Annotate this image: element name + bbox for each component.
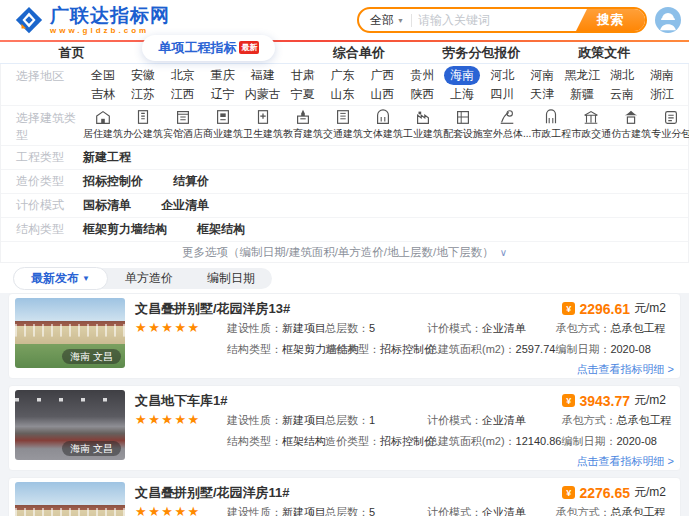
building-type-office[interactable]: 办公建筑 <box>123 108 163 145</box>
region-option[interactable]: 广东 <box>323 66 363 85</box>
building-type-industrial[interactable]: 工业建筑 <box>403 108 443 145</box>
nav-policy-docs[interactable]: 政策文件 <box>578 44 630 62</box>
sort-latest[interactable]: 最新发布 ▼ <box>13 267 108 290</box>
user-avatar-icon[interactable] <box>655 7 681 33</box>
sort-date[interactable]: 编制日期 <box>190 268 272 289</box>
region-option[interactable]: 黑龙江 <box>562 66 602 85</box>
building-type-hotel[interactable]: 宾馆酒店 <box>163 108 203 145</box>
project-title[interactable]: 文昌叠拼别墅/花园洋房13# <box>135 300 290 318</box>
region-option[interactable]: 安徽 <box>123 66 163 85</box>
filter-row-cost-type: 造价类型 招标控制价 结算价 <box>1 170 688 194</box>
cost-type-option[interactable]: 结算价 <box>173 173 209 190</box>
spacer <box>135 433 227 450</box>
project-title[interactable]: 文昌地下车库1# <box>135 392 227 410</box>
building-type-subcontract[interactable]: 专业分包 <box>651 108 689 145</box>
region-option[interactable]: 甘肃 <box>283 66 323 85</box>
building-type-health[interactable]: 卫生建筑 <box>243 108 283 145</box>
region-option[interactable]: 云南 <box>602 85 642 104</box>
region-option[interactable]: 河南 <box>522 66 562 85</box>
region-option-selected[interactable]: 海南 <box>444 66 480 85</box>
region-option[interactable]: 陕西 <box>402 85 442 104</box>
building-type-transport[interactable]: 交通建筑 <box>323 108 363 145</box>
pricing-mode-option[interactable]: 企业清单 <box>161 197 209 214</box>
site-logo[interactable]: 广联达指标网 www.gldzb.com <box>14 5 170 35</box>
view-detail-link[interactable]: 点击查看指标明细 > <box>577 455 674 467</box>
cost-type-option[interactable]: 招标控制价 <box>83 173 143 190</box>
filter-row-pricing-mode: 计价模式 国标清单 企业清单 <box>1 194 688 218</box>
logo-diamond-icon <box>14 5 44 35</box>
nav-composite-price[interactable]: 综合单价 <box>333 44 385 62</box>
region-option[interactable]: 山东 <box>323 85 363 104</box>
region-option[interactable]: 浙江 <box>642 85 682 104</box>
building-icon <box>134 108 152 126</box>
pricing-mode-option[interactable]: 国标清单 <box>83 197 131 214</box>
building-type-label: 选择建筑类型 <box>1 106 83 145</box>
building-type-supporting[interactable]: 配套设施 <box>443 108 483 145</box>
region-option[interactable]: 北京 <box>163 66 203 85</box>
building-type-residential[interactable]: 居住建筑 <box>83 108 123 145</box>
building-type-commercial[interactable]: 商业建筑 <box>203 108 243 145</box>
field-cost-type: 造价类型：招标控制价 <box>325 341 427 358</box>
nav-single-project-index[interactable]: 单项工程指标 最新 <box>142 35 275 61</box>
project-title[interactable]: 文昌叠拼别墅/花园洋房11# <box>135 484 290 502</box>
region-option[interactable]: 广西 <box>363 66 403 85</box>
region-option[interactable]: 内蒙古 <box>243 85 283 104</box>
field-date: 编制日期：2020-08 <box>555 341 681 358</box>
building-icon <box>294 108 312 126</box>
region-option[interactable]: 重庆 <box>203 66 243 85</box>
field-floors: 总层数：5 <box>325 320 427 337</box>
region-option[interactable]: 福建 <box>243 66 283 85</box>
region-option[interactable]: 上海 <box>442 85 482 104</box>
building-type-municipal-engineering[interactable]: 市政工程 <box>531 108 571 145</box>
region-option[interactable]: 辽宁 <box>203 85 243 104</box>
list-item[interactable]: 海南 文昌 文昌地下车库1# ¥ 3943.77 元/m2 ★★★★★ 建设性质… <box>8 385 681 471</box>
nav-home[interactable]: 首页 <box>59 44 85 62</box>
region-option[interactable]: 贵州 <box>402 66 442 85</box>
field-pricing-mode: 计价模式：企业清单 <box>427 320 555 337</box>
region-option[interactable]: 全国 <box>83 66 123 85</box>
spacer <box>135 341 227 358</box>
field-structure: 结构类型：框架结构 <box>227 433 325 450</box>
region-option[interactable]: 湖北 <box>602 66 642 85</box>
building-type-antique[interactable]: 仿古建筑 <box>611 108 651 145</box>
sort-arrow-icon: ▼ <box>82 271 90 286</box>
region-option[interactable]: 江西 <box>163 85 203 104</box>
building-type-outdoor[interactable]: 室外总体... <box>483 108 531 145</box>
building-type-culture-sports[interactable]: 文体建筑 <box>363 108 403 145</box>
building-icon <box>174 108 192 126</box>
main-nav: 首页 单项工程指标 最新 综合单价 劳务分包报价 政策文件 <box>0 42 689 64</box>
list-item[interactable]: 海南 文昌 文昌叠拼别墅/花园洋房11# ¥ 2276.65 元/m2 ★★★★… <box>8 477 681 516</box>
building-icon <box>582 108 600 126</box>
region-option[interactable]: 宁夏 <box>283 85 323 104</box>
more-options-toggle[interactable]: 更多选项（编制日期/建筑面积/单方造价/地上层数/地下层数） ∨ <box>1 242 688 262</box>
region-option[interactable]: 湖南 <box>642 66 682 85</box>
structure-type-option[interactable]: 框架结构 <box>197 221 245 238</box>
sort-unit-price[interactable]: 单方造价 <box>108 268 190 289</box>
building-type-municipal-transport[interactable]: 市政交通 <box>571 108 611 145</box>
building-icon <box>622 108 640 126</box>
nav-labor-subcontract[interactable]: 劳务分包报价 <box>443 44 521 62</box>
region-option[interactable]: 四川 <box>482 85 522 104</box>
region-option[interactable]: 吉林 <box>83 85 123 104</box>
search-scope-value: 全部 <box>370 12 394 29</box>
search-scope-dropdown[interactable]: 全部 ▼ <box>359 12 411 29</box>
search-button[interactable]: 搜索 <box>575 7 645 33</box>
structure-type-option[interactable]: 框架剪力墙结构 <box>83 221 167 238</box>
field-floors: 总层数：5 <box>325 504 427 516</box>
region-option[interactable]: 江苏 <box>123 85 163 104</box>
view-detail-link[interactable]: 点击查看指标明细 > <box>577 363 674 375</box>
page-header: 广联达指标网 www.gldzb.com 全部 ▼ 搜索 <box>0 0 689 40</box>
region-option[interactable]: 天津 <box>522 85 562 104</box>
filter-row-region: 选择地区 全国 安徽 北京 重庆 福建 甘肃 广东 广西 贵州 海南 河北 河南… <box>1 64 688 106</box>
field-structure: 结构类型：框架剪力墙结构 <box>227 341 325 358</box>
region-option[interactable]: 河北 <box>482 66 522 85</box>
region-option[interactable]: 山西 <box>363 85 403 104</box>
building-icon <box>334 108 352 126</box>
building-type-education[interactable]: 教育建筑 <box>283 108 323 145</box>
list-item[interactable]: 海南 文昌 文昌叠拼别墅/花园洋房13# ¥ 2296.61 元/m2 ★★★★… <box>8 293 681 379</box>
unit-price: ¥ 2296.61 元/m2 <box>562 300 666 317</box>
region-option[interactable]: 新疆 <box>562 85 602 104</box>
project-type-option[interactable]: 新建工程 <box>83 149 131 166</box>
search-input[interactable] <box>412 13 575 27</box>
location-badge: 海南 文昌 <box>62 349 121 364</box>
